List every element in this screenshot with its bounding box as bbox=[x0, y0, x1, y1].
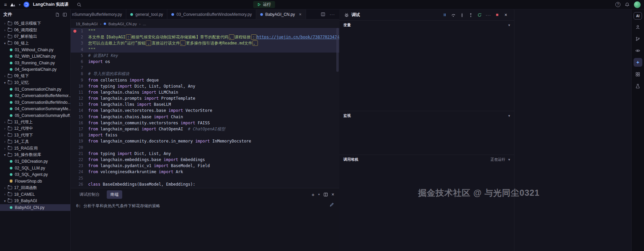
line-gutter[interactable]: 14 bbox=[71, 107, 88, 114]
help-icon[interactable]: ? bbox=[615, 2, 620, 7]
line-gutter[interactable]: 2 bbox=[71, 34, 88, 40]
breadcrumb-item[interactable]: BabyAGI_CN.py bbox=[108, 22, 137, 26]
ai-badge[interactable]: AI bbox=[634, 12, 642, 20]
line-gutter[interactable]: 13 bbox=[71, 101, 88, 107]
tree-folder-item[interactable]: ›17_回调函数 bbox=[0, 185, 70, 191]
tree-file-item[interactable]: FlowerShop.db bbox=[0, 178, 70, 185]
code-line[interactable]: 16from langchain_community.vectorstores … bbox=[71, 120, 339, 126]
code-line[interactable]: 1""" bbox=[71, 28, 339, 34]
tree-folder-item[interactable]: ▾08_链上 bbox=[0, 40, 70, 47]
eye-icon[interactable] bbox=[634, 46, 642, 55]
code-line[interactable]: 7 bbox=[71, 65, 339, 71]
editor-scrollbar[interactable] bbox=[336, 28, 339, 188]
tree-file-item[interactable]: 03_ConversationBufferWindo... bbox=[0, 99, 70, 106]
close-tab-icon[interactable]: × bbox=[299, 12, 302, 17]
source-control-icon[interactable] bbox=[634, 34, 642, 43]
terminal-dropdown-icon[interactable]: ▾ bbox=[318, 193, 320, 196]
code-line[interactable]: 17from langchain_openai import ChatOpenA… bbox=[71, 126, 339, 132]
line-gutter[interactable]: 1 bbox=[71, 28, 88, 34]
debug-section-variables[interactable]: 变量▾ bbox=[339, 20, 514, 29]
panel-tab-terminal[interactable]: 终端 bbox=[107, 190, 122, 199]
tree-folder-item[interactable]: ▾16_操作数据库 bbox=[0, 152, 70, 158]
tree-folder-item[interactable]: ›13_代理下 bbox=[0, 132, 70, 139]
line-gutter[interactable]: 20 bbox=[71, 145, 88, 151]
code-line[interactable]: 26class BaseEmbeddings(BaseModel, Embedd… bbox=[71, 181, 339, 187]
close-panel-icon[interactable]: × bbox=[332, 192, 334, 197]
code-line[interactable]: 13from langchain.llms import BaseLLM bbox=[71, 101, 339, 107]
code-line[interactable]: 14from langchain.vectorstores.base impor… bbox=[71, 107, 339, 114]
pause-icon[interactable] bbox=[441, 11, 448, 19]
tree-folder-item[interactable]: ›11_代理上 bbox=[0, 119, 70, 126]
line-gutter[interactable]: 11 bbox=[71, 89, 88, 95]
line-gutter[interactable]: 19 bbox=[71, 138, 88, 144]
tree-folder-item[interactable]: ›12_代理中 bbox=[0, 125, 70, 132]
tree-file-item[interactable]: 05_ConversationSummaryBuff... bbox=[0, 112, 70, 119]
edit-icon[interactable] bbox=[330, 202, 334, 207]
avatar[interactable] bbox=[634, 1, 641, 8]
line-gutter[interactable]: 10 bbox=[71, 83, 88, 89]
account-icon[interactable] bbox=[634, 23, 642, 31]
split-editor-icon[interactable] bbox=[321, 12, 325, 17]
split-panel-icon[interactable] bbox=[324, 192, 328, 197]
line-gutter[interactable]: 4 bbox=[71, 46, 88, 53]
tree-folder-item[interactable]: ›18_CAMEL bbox=[0, 191, 70, 198]
code-editor[interactable]: 1"""2本文件是【BabyAGI：根据气候变化自动制定鲜花存储策略】章节的配套… bbox=[71, 28, 339, 188]
tree-folder-item[interactable]: ▾19_BabyAGI bbox=[0, 198, 70, 205]
code-line[interactable]: 23from langchain.pydantic_v1 import Base… bbox=[71, 163, 339, 169]
editor-tab[interactable]: BabyAGI_CN.py× bbox=[256, 9, 306, 19]
close-debug-icon[interactable]: × bbox=[502, 11, 509, 19]
breakpoint-dot[interactable] bbox=[73, 30, 76, 33]
code-line[interactable]: 4""" bbox=[71, 46, 339, 53]
line-gutter[interactable]: 25 bbox=[71, 175, 88, 181]
tree-file-item[interactable]: 03_Running_Chain.py bbox=[0, 60, 70, 66]
code-line[interactable]: 3您可以点击最上方的“运行”按钮，直接运行该文件。更多操作指引请参考Readme… bbox=[71, 40, 339, 46]
line-gutter[interactable]: 9 bbox=[71, 77, 88, 83]
editor-tab[interactable]: general_tool.py bbox=[126, 9, 167, 19]
code-line[interactable]: 11from langchain.chains import LLMChain bbox=[71, 89, 339, 95]
code-line[interactable]: 12from langchain.prompts import PromptTe… bbox=[71, 95, 339, 101]
line-gutter[interactable]: 15 bbox=[71, 114, 88, 120]
tree-file-item[interactable]: 03_SQL_Agent.py bbox=[0, 171, 70, 178]
tree-file-item[interactable]: 01_DBCreation.py bbox=[0, 158, 70, 165]
tree-folder-item[interactable]: ›09_链下 bbox=[0, 73, 70, 80]
code-line[interactable]: 6import os bbox=[71, 59, 339, 65]
code-line[interactable]: 18import faiss bbox=[71, 132, 339, 138]
stop-icon[interactable] bbox=[494, 11, 501, 19]
line-gutter[interactable]: 18 bbox=[71, 132, 88, 138]
new-file-icon[interactable] bbox=[55, 12, 60, 17]
line-gutter[interactable]: 7 bbox=[71, 65, 88, 71]
app-logo-icon[interactable] bbox=[10, 2, 16, 7]
step-over-icon[interactable] bbox=[450, 11, 457, 19]
tree-file-item[interactable]: 01_Without_Chain.py bbox=[0, 46, 70, 53]
tree-file-item[interactable]: 02_SQL_LLM.py bbox=[0, 165, 70, 171]
code-line[interactable]: 19from langchain_community.docstore.in_m… bbox=[71, 138, 339, 144]
code-line[interactable]: 24from volcenginesdkarkruntime import Ar… bbox=[71, 169, 339, 175]
tree-file-item[interactable]: 01_ConversationChain.py bbox=[0, 86, 70, 93]
collapse-explorer-icon[interactable] bbox=[63, 12, 67, 17]
code-line[interactable]: 22from langchain.embeddings.base import … bbox=[71, 157, 339, 163]
test-flask-icon[interactable] bbox=[634, 82, 642, 90]
line-gutter[interactable]: 5 bbox=[71, 53, 88, 59]
workspace-name[interactable]: LangChain 实战课 bbox=[33, 2, 69, 7]
code-line[interactable]: 15from langchain.chains.base import Chai… bbox=[71, 114, 339, 120]
tree-file-item[interactable]: 02_With_LLMChain.py bbox=[0, 53, 70, 60]
extensions-icon[interactable] bbox=[634, 70, 642, 79]
editor-tab[interactable]: 03_ConversationBufferWindowMemory.py bbox=[167, 9, 256, 19]
tree-file-item[interactable]: 02_ConversationBufferMemor... bbox=[0, 93, 70, 99]
editor-tab[interactable]: nSummaryBufferMemory.py bbox=[71, 9, 126, 19]
more-actions-icon[interactable]: ··· bbox=[485, 11, 492, 19]
restart-icon[interactable] bbox=[476, 11, 483, 19]
line-gutter[interactable]: 3 bbox=[71, 40, 88, 46]
code-line[interactable]: 9from collections import deque bbox=[71, 77, 339, 83]
line-gutter[interactable]: 23 bbox=[71, 163, 88, 169]
line-gutter[interactable]: 22 bbox=[71, 157, 88, 163]
line-gutter[interactable]: 21 bbox=[71, 151, 88, 157]
bell-icon[interactable] bbox=[625, 2, 630, 7]
code-line[interactable]: 2本文件是【BabyAGI：根据气候变化自动制定鲜花存储策略】章节的配套代码。课… bbox=[71, 34, 339, 40]
code-line[interactable]: 10from typing import Dict, List, Optiona… bbox=[71, 83, 339, 89]
breadcrumb-item[interactable]: 19_BabyAGI bbox=[76, 22, 98, 26]
line-gutter[interactable]: 26 bbox=[71, 181, 88, 187]
code-line[interactable]: 5# 设置API Key bbox=[71, 53, 339, 59]
tree-file-item[interactable]: BabyAGI_CN.py bbox=[0, 204, 70, 211]
tree-file-item[interactable]: 04_SequentialChain.py bbox=[0, 66, 70, 73]
